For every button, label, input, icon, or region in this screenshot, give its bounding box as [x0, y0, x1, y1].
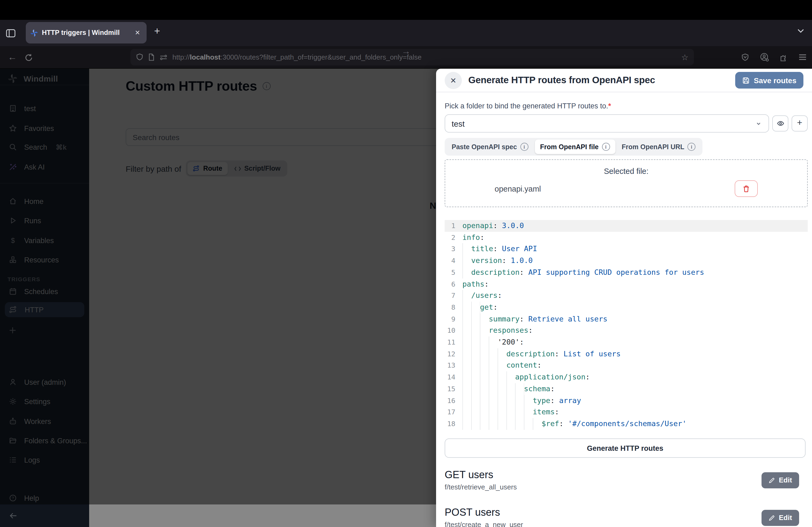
route-name: POST users [445, 507, 523, 518]
browser-tab[interactable]: HTTP triggers | Windmill ✕ [26, 22, 147, 44]
code-line: 5 description: API supporting CRUD opera… [445, 267, 808, 278]
route-info: GET users f/test/retrieve_all_users [445, 469, 517, 491]
code-line: 3 title: User API [445, 243, 808, 255]
code-line: 6paths: [445, 278, 808, 290]
code-line: 14 application/json: [445, 371, 808, 383]
folder-select[interactable]: test [445, 114, 769, 133]
chevron-down-icon [755, 120, 762, 127]
folder-field-label: Pick a folder to bind the generated HTTP… [445, 102, 808, 110]
edit-route-button[interactable]: Edit [762, 472, 799, 488]
browser-tab-bar: HTTP triggers | Windmill ✕ + [0, 20, 812, 46]
tab-paste-openapi-spec[interactable]: Paste OpenAPI spec i [446, 139, 534, 154]
code-line: 7 /users: [445, 290, 808, 301]
code-line: 2info: [445, 231, 808, 243]
tab-sidebar-icon[interactable] [6, 29, 16, 37]
code-line: 9 summary: Retrieve all users [445, 313, 808, 325]
code-line: 4 version: 1.0.0 [445, 255, 808, 267]
generate-routes-button[interactable]: Generate HTTP routes [445, 438, 806, 458]
save-routes-button[interactable]: Save routes [735, 72, 803, 89]
generated-route-row: POST users f/test/create_a_new_user Edit [445, 507, 799, 527]
code-line: 13 content: [445, 360, 808, 371]
code-editor[interactable]: 1openapi: 3.0.0 2info: 3 title: User API… [445, 220, 808, 434]
generated-route-row: GET users f/test/retrieve_all_users Edit [445, 469, 799, 491]
info-icon: i [520, 143, 528, 151]
remove-file-button[interactable] [735, 180, 758, 197]
drawer-title: Generate HTTP routes from OpenAPI spec [468, 75, 728, 86]
drawer-generate-routes: ✕ Generate HTTP routes from OpenAPI spec… [436, 69, 812, 527]
info-icon: i [688, 143, 696, 151]
code-line: 1openapi: 3.0.0 [445, 220, 808, 231]
code-line: 11 '200': [445, 336, 808, 348]
pencil-icon [768, 514, 775, 521]
code-line: 17 items: [445, 407, 808, 418]
trash-icon [743, 185, 750, 192]
code-line: 10 responses: [445, 325, 808, 336]
save-icon [742, 76, 750, 84]
openapi-source-tabs: Paste OpenAPI spec i From OpenAPI file i… [445, 138, 703, 156]
tab-title: HTTP triggers | Windmill [42, 29, 129, 36]
new-tab-button[interactable]: + [154, 25, 160, 37]
route-path: f/test/retrieve_all_users [445, 483, 517, 491]
code-line: 8 get: [445, 302, 808, 313]
browser-nav-bar: ← → http://localhost:3000/routes?filter_… [0, 46, 812, 69]
view-folder-button[interactable] [772, 115, 788, 132]
selected-file-row: openapi.yaml [445, 180, 807, 197]
tab-from-openapi-file[interactable]: From OpenAPI file i [535, 139, 615, 154]
route-name: GET users [445, 469, 517, 481]
drawer-header: ✕ Generate HTTP routes from OpenAPI spec… [436, 69, 812, 92]
tab-from-openapi-url[interactable]: From OpenAPI URL i [616, 139, 701, 154]
selected-file-name: openapi.yaml [495, 184, 541, 193]
add-folder-button[interactable]: + [792, 115, 808, 132]
code-line: 16 type: array [445, 395, 808, 406]
plus-icon: + [797, 118, 802, 128]
list-all-tabs-icon[interactable] [797, 28, 804, 33]
code-line: 15 schema: [445, 383, 808, 395]
folder-select-row: test + [445, 114, 808, 133]
eye-icon [776, 120, 784, 127]
required-asterisk: * [608, 102, 611, 110]
edit-route-button[interactable]: Edit [762, 510, 799, 526]
drawer-body: Pick a folder to bind the generated HTTP… [436, 92, 812, 527]
folder-select-value: test [452, 119, 465, 128]
workspace: Windmill test Favorites Search ⌘k Ask AI [0, 69, 812, 527]
route-path: f/test/create_a_new_user [445, 521, 523, 527]
tab-favicon-windmill-icon [30, 29, 38, 37]
tab-close-icon[interactable]: ✕ [133, 28, 142, 37]
code-line: 18 $ref: '#/components/schemas/User' [445, 418, 808, 430]
window-top-strip [0, 0, 812, 20]
close-button[interactable]: ✕ [445, 72, 462, 89]
pencil-icon [768, 477, 775, 483]
selected-file-label: Selected file: [445, 167, 807, 176]
code-line: 12 description: List of users [445, 348, 808, 360]
route-info: POST users f/test/create_a_new_user [445, 507, 523, 527]
selected-file-box: Selected file: openapi.yaml [445, 160, 808, 207]
info-icon: i [602, 143, 610, 151]
app-root: HTTP triggers | Windmill ✕ + ← → http://… [0, 0, 812, 527]
